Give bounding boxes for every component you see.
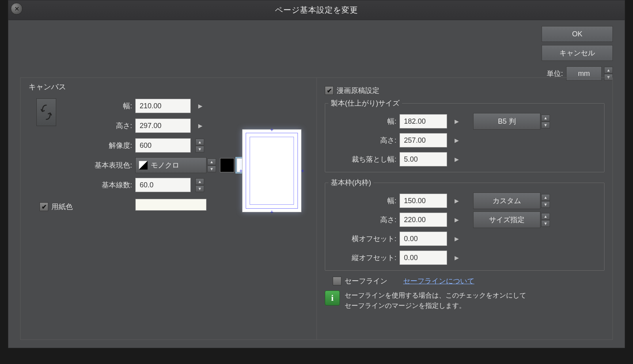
resolution-label: 解像度: bbox=[56, 141, 135, 150]
safeline-checkbox[interactable] bbox=[333, 277, 341, 285]
resolution-stepper[interactable]: ▲▼ bbox=[195, 139, 204, 153]
frame-preset-combo[interactable]: カスタム bbox=[473, 192, 540, 209]
content-area: キャンバス 幅: 210.00 ▶ 高さ: 297.00 ▶ bbox=[20, 77, 613, 340]
binding-width-input[interactable]: 182.00 bbox=[400, 114, 447, 128]
yoffset-input[interactable]: 0.00 bbox=[400, 251, 447, 265]
binding-width-label: 幅: bbox=[328, 117, 400, 126]
frame-mode-stepper[interactable]: ▲▼ bbox=[541, 213, 550, 227]
binding-group: 製本(仕上がり)サイズ 幅: 182.00 ▶ B5 判 ▲▼ 高さ: 257.… bbox=[325, 98, 605, 172]
safeline-link[interactable]: セーフラインについて bbox=[403, 276, 474, 286]
frame-group: 基本枠(内枠) 幅: 150.00 ▶ カスタム ▲▼ 高さ: 220.00 ▶… bbox=[325, 178, 605, 271]
width-menu-button[interactable]: ▶ bbox=[195, 101, 205, 111]
cropmark-left: + bbox=[239, 168, 243, 174]
dialog-window: ✕ ページ基本設定を変更 OK キャンセル 単位: mm ▲ ▼ キャンバス bbox=[8, 0, 625, 348]
cropmark-right: + bbox=[301, 168, 304, 174]
frame-preset-stepper[interactable]: ▲▼ bbox=[541, 194, 550, 208]
page-preview: + + + + bbox=[242, 129, 301, 212]
xoffset-menu[interactable]: ▶ bbox=[452, 234, 461, 243]
canvas-width-input[interactable]: 210.00 bbox=[135, 99, 191, 113]
safeline-info-line2: セーフラインのマージンを指定します。 bbox=[345, 301, 526, 311]
frame-height-menu[interactable]: ▶ bbox=[452, 215, 461, 224]
swatch-black[interactable] bbox=[220, 158, 234, 172]
binding-height-input[interactable]: 257.00 bbox=[400, 133, 447, 147]
binding-height-menu[interactable]: ▶ bbox=[452, 136, 461, 145]
binding-preset-combo[interactable]: B5 判 bbox=[473, 113, 540, 130]
manga-section: 漫画原稿設定 製本(仕上がり)サイズ 幅: 182.00 ▶ B5 判 ▲▼ 高… bbox=[316, 78, 612, 339]
screen-freq-label: 基本線数: bbox=[56, 180, 135, 190]
bleed-menu[interactable]: ▶ bbox=[452, 155, 461, 164]
manga-enable-checkbox[interactable] bbox=[325, 86, 334, 95]
canvas-title: キャンバス bbox=[28, 82, 309, 92]
monochrome-icon bbox=[139, 161, 148, 170]
frame-mode-combo[interactable]: サイズ指定 bbox=[473, 211, 540, 228]
height-label: 高さ: bbox=[56, 121, 135, 130]
safeline-label: セーフライン bbox=[345, 276, 387, 286]
safeline-info-line1: セーフラインを使用する場合は、このチェックをオンにして bbox=[345, 290, 526, 301]
ok-button[interactable]: OK bbox=[542, 26, 613, 42]
unit-label: 単位: bbox=[547, 69, 563, 78]
frame-title: 基本枠(内枠) bbox=[328, 178, 373, 187]
resolution-input[interactable]: 600 bbox=[135, 138, 191, 153]
screen-freq-stepper[interactable]: ▲▼ bbox=[195, 178, 204, 192]
xoffset-label: 横オフセット: bbox=[328, 234, 400, 243]
info-icon: i bbox=[325, 290, 340, 306]
cropmark-bottom: + bbox=[270, 209, 273, 215]
binding-width-menu[interactable]: ▶ bbox=[452, 117, 461, 126]
binding-title: 製本(仕上がり)サイズ bbox=[328, 98, 402, 108]
chevron-up-icon[interactable]: ▲ bbox=[604, 67, 613, 74]
width-label: 幅: bbox=[56, 101, 135, 111]
orientation-button[interactable] bbox=[36, 98, 56, 126]
basic-color-combo[interactable]: モノクロ bbox=[135, 157, 207, 173]
cropmark-top: + bbox=[270, 126, 273, 133]
yoffset-menu[interactable]: ▶ bbox=[452, 253, 461, 262]
binding-preset-stepper[interactable]: ▲▼ bbox=[541, 115, 550, 128]
frame-width-label: 幅: bbox=[328, 196, 400, 206]
paper-color-checkbox[interactable] bbox=[40, 202, 48, 211]
paper-color-label: 用紙色 bbox=[51, 202, 73, 211]
manga-enable-label: 漫画原稿設定 bbox=[337, 86, 379, 95]
close-button[interactable]: ✕ bbox=[11, 3, 23, 15]
frame-width-menu[interactable]: ▶ bbox=[452, 196, 461, 206]
rotate-icon bbox=[41, 104, 52, 120]
paper-color-well[interactable] bbox=[135, 199, 207, 211]
screen-freq-input[interactable]: 60.0 bbox=[135, 178, 191, 192]
frame-width-input[interactable]: 150.00 bbox=[400, 194, 447, 208]
top-right-controls: OK キャンセル 単位: mm ▲ ▼ bbox=[534, 26, 613, 81]
frame-height-input[interactable]: 220.00 bbox=[400, 213, 447, 227]
titlebar: ✕ ページ基本設定を変更 bbox=[8, 0, 625, 20]
binding-height-label: 高さ: bbox=[328, 136, 400, 145]
canvas-height-input[interactable]: 297.00 bbox=[135, 119, 191, 133]
frame-height-label: 高さ: bbox=[328, 215, 400, 224]
basic-color-label: 基本表現色: bbox=[56, 160, 135, 170]
yoffset-label: 縦オフセット: bbox=[328, 253, 400, 262]
height-menu-button[interactable]: ▶ bbox=[195, 121, 205, 130]
safeline-info: i セーフラインを使用する場合は、このチェックをオンにして セーフラインのマージ… bbox=[325, 290, 605, 311]
cancel-button[interactable]: キャンセル bbox=[542, 45, 613, 61]
xoffset-input[interactable]: 0.00 bbox=[400, 232, 447, 246]
basic-color-stepper[interactable]: ▲▼ bbox=[207, 158, 216, 172]
bleed-input[interactable]: 5.00 bbox=[400, 152, 447, 166]
dialog-title: ページ基本設定を変更 bbox=[275, 5, 358, 15]
bleed-label: 裁ち落とし幅: bbox=[328, 155, 400, 164]
canvas-section: キャンバス 幅: 210.00 ▶ 高さ: 297.00 ▶ bbox=[21, 78, 316, 339]
